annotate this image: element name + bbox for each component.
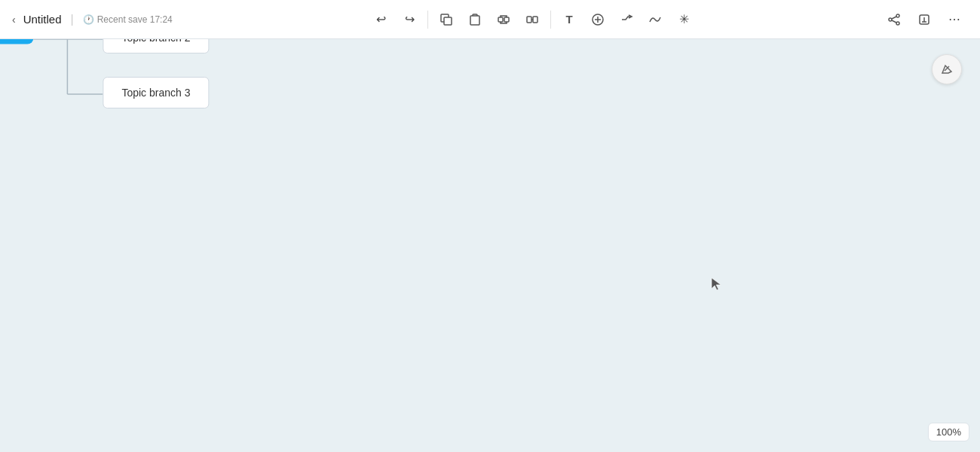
main-topic-node[interactable]: Main Topic [0, 39, 33, 44]
redo-button[interactable]: ↪ [396, 6, 423, 33]
header-left: ‹ Untitled | 🕐 Recent save 17:24 [0, 11, 196, 29]
svg-rect-3 [498, 17, 503, 22]
cursor-indicator [709, 276, 724, 292]
svg-rect-6 [533, 17, 537, 23]
svg-rect-5 [527, 17, 531, 23]
save-status: 🕐 Recent save 17:24 [83, 14, 173, 25]
svg-line-14 [892, 20, 896, 23]
document-title[interactable]: Untitled [23, 13, 62, 26]
save-status-text: Recent save 17:24 [97, 14, 173, 25]
save-clock-icon: 🕐 [83, 14, 94, 25]
undo-button[interactable]: ↩ [367, 6, 394, 33]
paste-style-button[interactable] [461, 6, 488, 33]
canvas[interactable]: Main Topic Topic branch 1 Topic branch 2… [0, 39, 980, 452]
eraser-button[interactable] [932, 54, 962, 84]
svg-line-13 [892, 17, 896, 19]
connect-button[interactable] [613, 6, 640, 33]
toolbar-divider-2 [550, 11, 551, 29]
header: ‹ Untitled | 🕐 Recent save 17:24 ↩ ↪ [0, 0, 980, 39]
back-button[interactable]: ‹ [9, 11, 19, 29]
svg-rect-4 [504, 17, 509, 22]
copy-style-button[interactable] [433, 6, 460, 33]
more-button[interactable]: ⋯ [941, 6, 968, 33]
pin-button[interactable]: ✳ [670, 6, 697, 33]
share-button[interactable] [880, 6, 908, 33]
mindmap: Main Topic Topic branch 1 Topic branch 2… [0, 39, 218, 130]
branch-node-3[interactable]: Topic branch 3 [103, 77, 209, 108]
svg-point-10 [896, 14, 899, 17]
toolbar-center: ↩ ↪ [196, 6, 868, 33]
ungroup-button[interactable] [519, 6, 546, 33]
export-button[interactable] [911, 6, 938, 33]
svg-point-12 [896, 22, 899, 25]
svg-point-11 [889, 18, 892, 21]
branch-node-2[interactable]: Topic branch 2 [103, 39, 209, 53]
waypoint-button[interactable] [642, 6, 669, 33]
header-separator: | [71, 13, 74, 26]
text-button[interactable]: T [556, 6, 583, 33]
group-button[interactable] [490, 6, 517, 33]
header-right: ⋯ [868, 6, 980, 33]
svg-rect-1 [444, 17, 452, 25]
svg-rect-2 [470, 16, 479, 25]
zoom-indicator[interactable]: 100% [928, 423, 969, 441]
toolbar-divider-1 [427, 11, 428, 29]
add-button[interactable] [584, 6, 611, 33]
